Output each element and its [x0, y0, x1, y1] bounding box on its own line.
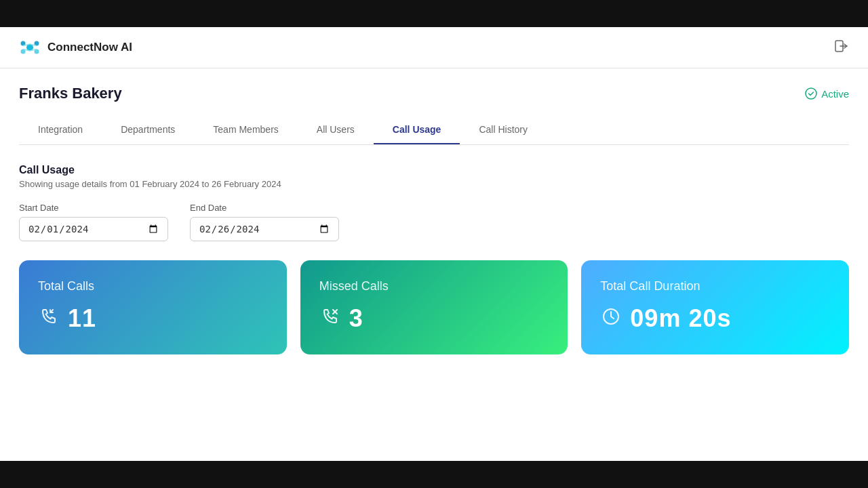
total-duration-card: Total Call Duration 09m 20s: [581, 260, 849, 354]
tab-integration[interactable]: Integration: [19, 116, 102, 144]
missed-calls-value-row: 3: [319, 304, 549, 333]
status-label: Active: [821, 88, 849, 100]
missed-calls-label: Missed Calls: [319, 279, 549, 293]
page-header: Franks Bakery Active: [19, 85, 849, 102]
clock-icon: [600, 306, 622, 332]
header-actions: [834, 39, 849, 57]
app-logo-icon: [19, 37, 41, 58]
logout-icon[interactable]: [834, 39, 849, 57]
page-title: Franks Bakery: [19, 85, 122, 102]
tab-all-users[interactable]: All Users: [298, 116, 374, 144]
date-filters: Start Date End Date: [19, 203, 849, 241]
tab-call-history[interactable]: Call History: [460, 116, 547, 144]
missed-calls-value: 3: [349, 304, 363, 333]
tabs-nav: Integration Departments Team Members All…: [19, 116, 849, 145]
svg-point-11: [806, 88, 816, 99]
total-calls-value: 11: [68, 304, 96, 333]
total-duration-value: 09m 20s: [630, 304, 731, 333]
start-date-input[interactable]: [19, 217, 168, 241]
end-date-label: End Date: [190, 203, 339, 213]
phone-incoming-icon: [38, 306, 60, 332]
missed-calls-card: Missed Calls 3: [300, 260, 568, 354]
start-date-label: Start Date: [19, 203, 168, 213]
tab-call-usage[interactable]: Call Usage: [374, 116, 460, 144]
logo-area: ConnectNow AI: [19, 37, 132, 58]
stats-cards: Total Calls 11 Missed Calls: [19, 260, 849, 354]
tab-departments[interactable]: Departments: [102, 116, 194, 144]
call-usage-section: Call Usage Showing usage details from 01…: [19, 164, 849, 354]
section-subtitle: Showing usage details from 01 February 2…: [19, 179, 849, 189]
total-duration-value-row: 09m 20s: [600, 304, 830, 333]
app-header: ConnectNow AI: [0, 27, 868, 68]
total-duration-label: Total Call Duration: [600, 279, 830, 293]
app-title: ConnectNow AI: [47, 41, 132, 54]
status-badge: Active: [805, 87, 849, 100]
section-title: Call Usage: [19, 164, 849, 176]
missed-call-icon: [319, 306, 341, 332]
start-date-group: Start Date: [19, 203, 168, 241]
active-check-icon: [805, 87, 817, 100]
tab-team-members[interactable]: Team Members: [194, 116, 297, 144]
main-content: Franks Bakery Active Integration Departm…: [0, 68, 868, 371]
end-date-group: End Date: [190, 203, 339, 241]
end-date-input[interactable]: [190, 217, 339, 241]
top-bar: [0, 0, 868, 27]
total-calls-card: Total Calls 11: [19, 260, 287, 354]
total-calls-value-row: 11: [38, 304, 268, 333]
total-calls-label: Total Calls: [38, 279, 268, 293]
